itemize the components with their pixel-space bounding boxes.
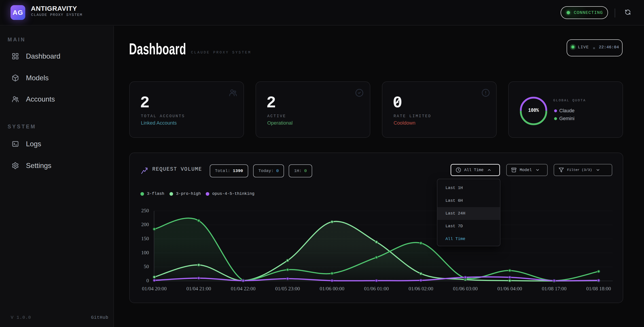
- svg-text:01/08 17:00: 01/08 17:00: [542, 286, 567, 292]
- svg-text:01/08 18:00: 01/08 18:00: [586, 286, 611, 292]
- svg-text:01/04 21:00: 01/04 21:00: [186, 286, 211, 292]
- svg-text:100: 100: [141, 250, 149, 256]
- svg-text:01/04 22:00: 01/04 22:00: [231, 286, 256, 292]
- svg-text:0: 0: [146, 278, 149, 284]
- svg-text:250: 250: [141, 208, 149, 214]
- svg-text:01/06 02:00: 01/06 02:00: [408, 286, 433, 292]
- svg-text:01/04 20:00: 01/04 20:00: [142, 286, 167, 292]
- svg-text:01/06 04:00: 01/06 04:00: [497, 286, 522, 292]
- svg-text:50: 50: [144, 264, 149, 269]
- svg-text:150: 150: [141, 236, 149, 241]
- svg-text:01/06 03:00: 01/06 03:00: [453, 286, 478, 292]
- svg-text:01/06 01:00: 01/06 01:00: [364, 286, 389, 292]
- svg-text:01/06 00:00: 01/06 00:00: [320, 286, 344, 292]
- svg-text:01/05 23:00: 01/05 23:00: [275, 286, 300, 292]
- svg-text:200: 200: [141, 222, 149, 227]
